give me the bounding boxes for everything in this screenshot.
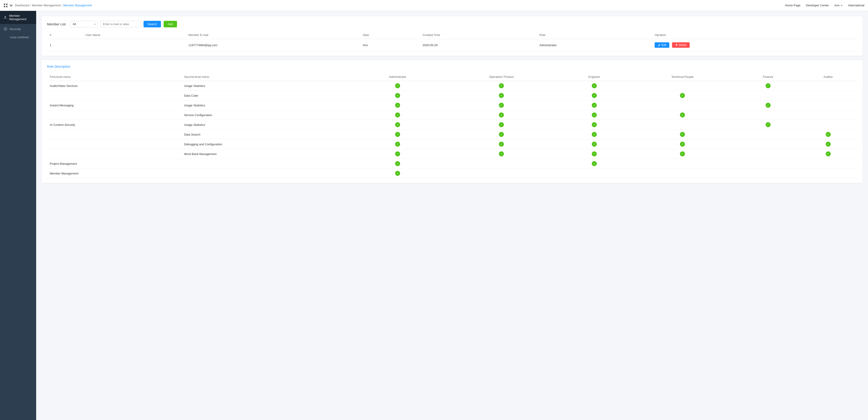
cell-op-product: ✓ xyxy=(442,149,561,159)
breadcrumb-dashboard[interactable]: Dashboard xyxy=(15,4,29,7)
member-table: # User Name Member E-mail Alias Created … xyxy=(47,31,857,51)
cell-first-level: Audio/Video Services xyxy=(47,81,181,91)
cell-engineer: ✓ xyxy=(561,91,628,101)
top-nav-right: Home Page Developer Center Ann Internati… xyxy=(785,4,864,7)
cell-id: 1 xyxy=(47,39,83,51)
svg-rect-3 xyxy=(6,6,7,7)
cell-created-time: 2020-05-29 xyxy=(420,39,537,51)
cell-auditor xyxy=(799,169,857,178)
check-icon: ✓ xyxy=(680,132,685,137)
cell-op-product xyxy=(442,159,561,169)
check-icon: ✓ xyxy=(395,83,400,88)
cell-second-level: Debugging and Configuration xyxy=(181,139,353,149)
breadcrumb-member-management[interactable]: Member Management xyxy=(32,4,61,7)
check-icon: ✓ xyxy=(592,83,597,88)
add-button[interactable]: Add xyxy=(164,21,177,27)
user-menu[interactable]: Ann xyxy=(834,4,843,7)
sidebar-recently[interactable]: Recently xyxy=(0,24,36,34)
chevron-down-icon xyxy=(9,3,13,7)
check-icon: ✓ xyxy=(592,142,597,147)
main-content: Member List All Search Add # User Name M… xyxy=(36,11,868,420)
cell-username xyxy=(83,39,186,51)
cell-finance xyxy=(737,149,799,159)
edit-button[interactable]: Eidt xyxy=(655,42,669,48)
check-icon: ✓ xyxy=(680,112,685,117)
edit-button-label: Eidt xyxy=(661,44,666,47)
cell-admin: ✓ xyxy=(353,169,442,178)
col-operation: Opration xyxy=(652,31,857,39)
role-col-engineer: Engineer xyxy=(561,73,628,81)
sidebar-subnav-route[interactable]: route.undefined xyxy=(0,34,36,41)
check-icon: ✓ xyxy=(592,151,597,157)
cell-admin: ✓ xyxy=(353,91,442,101)
cell-second-level xyxy=(181,169,353,178)
cell-technical: ✓ xyxy=(628,149,737,159)
svg-rect-0 xyxy=(4,4,5,5)
sidebar-item-label: Member Management xyxy=(9,14,33,21)
developer-center-link[interactable]: Developer Center xyxy=(806,4,829,7)
cell-technical xyxy=(628,169,737,178)
delete-button[interactable]: Delete xyxy=(672,42,690,48)
cell-email: 1197774984@qq.com xyxy=(186,39,360,51)
check-icon: ✓ xyxy=(826,151,831,157)
sidebar-item-member-management[interactable]: Member Management xyxy=(0,11,36,24)
cell-finance xyxy=(737,110,799,120)
cell-first-level: Instant Messaging xyxy=(47,101,181,110)
check-icon: ✓ xyxy=(395,122,400,127)
cell-admin: ✓ xyxy=(353,159,442,169)
cell-finance xyxy=(737,159,799,169)
role-table: First-level menu Second-level menu Admin… xyxy=(47,73,857,178)
cell-actions: Eidt Delete xyxy=(652,39,857,51)
check-icon: ✓ xyxy=(766,83,771,88)
cell-admin: ✓ xyxy=(353,149,442,159)
cell-op-product: ✓ xyxy=(442,120,561,130)
breadcrumb-sep-1: / xyxy=(30,4,31,7)
language-selector[interactable]: International xyxy=(848,4,864,7)
cell-auditor xyxy=(799,120,857,130)
check-icon: ✓ xyxy=(592,161,597,166)
breadcrumb-sep-2: / xyxy=(61,4,62,7)
cell-second-level xyxy=(181,159,353,169)
role-col-second-level: Second-level menu xyxy=(181,73,353,81)
filter-select-wrapper[interactable]: All xyxy=(70,21,97,27)
cell-technical: ✓ xyxy=(628,139,737,149)
cell-auditor: ✓ xyxy=(799,149,857,159)
search-input[interactable] xyxy=(100,21,141,27)
cell-technical: ✓ xyxy=(628,110,737,120)
user-icon xyxy=(4,16,7,20)
filter-select[interactable]: All xyxy=(70,21,97,27)
role-col-administrator: Administrator xyxy=(353,73,442,81)
role-table-row: Data Search ✓ ✓ ✓ ✓ ✓ xyxy=(47,130,857,139)
check-icon: ✓ xyxy=(592,112,597,117)
edit-icon xyxy=(658,44,660,47)
check-icon: ✓ xyxy=(499,93,504,98)
cell-second-level: Word Bank Management xyxy=(181,149,353,159)
svg-rect-2 xyxy=(4,6,5,7)
role-table-header: First-level menu Second-level menu Admin… xyxy=(47,73,857,81)
search-button[interactable]: Search xyxy=(144,21,161,27)
cell-admin: ✓ xyxy=(353,101,442,110)
cell-engineer xyxy=(561,169,628,178)
check-icon: ✓ xyxy=(499,83,504,88)
table-row: 1 1197774984@qq.com Ann 2020-05-29 Admin… xyxy=(47,39,857,51)
cell-op-product: ✓ xyxy=(442,91,561,101)
home-page-link[interactable]: Home Page xyxy=(785,4,801,7)
app-logo[interactable] xyxy=(4,3,13,7)
cell-auditor xyxy=(799,159,857,169)
cell-finance xyxy=(737,91,799,101)
delete-icon xyxy=(675,44,678,47)
role-table-row: Audio/Video Services Usage Statistics ✓ … xyxy=(47,81,857,91)
cell-technical xyxy=(628,159,737,169)
check-icon: ✓ xyxy=(766,122,771,127)
cell-engineer: ✓ xyxy=(561,149,628,159)
role-col-technical-people: Technical People xyxy=(628,73,737,81)
cell-auditor xyxy=(799,101,857,110)
chevron-down-icon xyxy=(840,4,843,6)
filter-bar: Member List All Search Add xyxy=(47,21,857,27)
role-col-auditor: Auditor xyxy=(799,73,857,81)
cell-first-level xyxy=(47,130,181,139)
cell-first-level xyxy=(47,149,181,159)
role-table-row: Debugging and Configuration ✓ ✓ ✓ ✓ ✓ xyxy=(47,139,857,149)
cell-finance xyxy=(737,169,799,178)
clock-icon xyxy=(4,27,7,31)
